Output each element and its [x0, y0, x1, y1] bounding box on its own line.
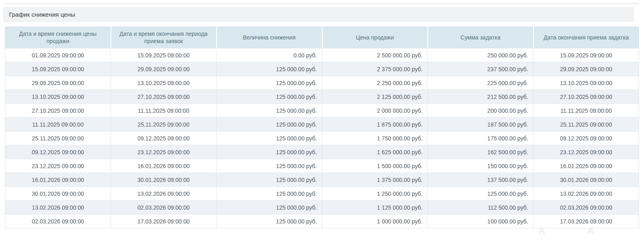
- table-cell: 150 000.00 руб.: [428, 159, 533, 173]
- table-cell: 15.09.2025 09:00:00: [5, 62, 111, 76]
- table-row: 13.02.2026 09:00:0002.03.2026 09:00:0012…: [5, 201, 639, 215]
- table-cell: 2 500 000.00 руб.: [322, 48, 428, 62]
- column-header: Цена продажи: [322, 27, 428, 48]
- table-cell: 13.02.2026 09:00:00: [5, 201, 111, 215]
- table-cell: 17.03.2026 09:00:00: [533, 215, 639, 228]
- table-cell: 15.09.2025 09:00:00: [111, 48, 217, 62]
- table-cell: 02.03.2026 09:00:00: [533, 201, 639, 215]
- table-cell: 125 000.00 руб.: [217, 173, 322, 187]
- table-cell: 125 000.00 руб.: [217, 201, 322, 215]
- column-header: Дата и время снижения цены продажи: [5, 27, 111, 48]
- table-cell: 1 500 000.00 руб.: [322, 159, 428, 173]
- page-title: График снижения цены: [9, 11, 75, 18]
- column-header: Дата и время окончания периода приема за…: [111, 27, 217, 48]
- table-cell: 13.02.2026 09:00:00: [111, 187, 217, 201]
- table-cell: 13.10.2025 09:00:00: [533, 76, 639, 90]
- table-row: 25.11.2025 09:00:0009.12.2025 09:00:0012…: [5, 131, 639, 145]
- table-row: 11.11.2025 09:00:0025.11.2025 09:00:0012…: [5, 118, 639, 131]
- table-cell: 27.10.2025 09:00:00: [111, 90, 217, 104]
- table-row: 02.03.2026 09:00:0017.03.2026 09:00:0012…: [5, 215, 639, 228]
- table-cell: 13.10.2025 09:00:00: [5, 90, 111, 104]
- table-cell: 162 500.00 руб.: [428, 145, 533, 159]
- table-cell: 25.11.2025 09:00:00: [533, 118, 639, 131]
- table-cell: 1 250 000.00 руб.: [322, 187, 428, 201]
- table-cell: 125 000.00 руб.: [217, 118, 322, 131]
- table-cell: 175 000.00 руб.: [428, 131, 533, 145]
- table-cell: 23.12.2025 09:00:00: [5, 159, 111, 173]
- table-cell: 1 750 000.00 руб.: [322, 131, 428, 145]
- table-cell: 16.01.2026 09:00:00: [533, 159, 639, 173]
- table-cell: 2 000 000.00 руб.: [322, 104, 428, 118]
- table-cell: 23.12.2025 09:00:00: [111, 145, 217, 159]
- table-cell: 30.01.2026 09:00:00: [5, 187, 111, 201]
- table-cell: 25.11.2025 09:00:00: [5, 131, 111, 145]
- table-cell: 1 875 000.00 руб.: [322, 118, 428, 131]
- table-cell: 125 000.00 руб.: [217, 215, 322, 228]
- table-row: 30.01.2026 09:00:0013.02.2026 09:00:0012…: [5, 187, 639, 201]
- table-cell: 09.12.2025 09:00:00: [111, 131, 217, 145]
- table-cell: 0.00 руб.: [217, 48, 322, 62]
- table-header: Дата и время снижения цены продажиДата и…: [5, 27, 639, 48]
- table-cell: 125 000.00 руб.: [217, 187, 322, 201]
- table-cell: 16.01.2026 09:00:00: [5, 173, 111, 187]
- page: График снижения цены Дата и время снижен…: [0, 3, 644, 228]
- table-cell: 11.11.2025 09:00:00: [111, 104, 217, 118]
- table-cell: 1 000 000.00 руб.: [322, 215, 428, 228]
- table-row: 09.12.2025 09:00:0023.12.2025 09:00:0012…: [5, 145, 639, 159]
- table-cell: 2 125 000.00 руб.: [322, 90, 428, 104]
- table-cell: 29.09.2025 09:00:00: [5, 76, 111, 90]
- table-cell: 02.03.2026 09:00:00: [111, 201, 217, 215]
- table-cell: 125 000.00 руб.: [217, 90, 322, 104]
- column-header: Величина снижения: [217, 27, 322, 48]
- table-cell: 30.01.2026 09:00:00: [111, 173, 217, 187]
- table-cell: 01.09.2025 09:00:00: [5, 48, 111, 62]
- table-body: 01.09.2025 09:00:0015.09.2025 09:00:000.…: [5, 48, 639, 228]
- table-cell: 13.10.2025 09:00:00: [111, 76, 217, 90]
- table-cell: 29.09.2025 09:00:00: [111, 62, 217, 76]
- price-schedule-table-wrap: Дата и время снижения цены продажиДата и…: [5, 26, 639, 228]
- table-cell: 25.11.2025 09:00:00: [111, 118, 217, 131]
- table-cell: 11.11.2025 09:00:00: [533, 104, 639, 118]
- table-cell: 125 000.00 руб.: [217, 159, 322, 173]
- table-cell: 23.12.2025 09:00:00: [533, 145, 639, 159]
- table-cell: 125 000.00 руб.: [217, 62, 322, 76]
- table-cell: 212 500.00 руб.: [428, 90, 533, 104]
- column-header: Сумма задатка: [428, 27, 533, 48]
- table-cell: 11.11.2025 09:00:00: [5, 118, 111, 131]
- table-cell: 125 000.00 руб.: [428, 187, 533, 201]
- table-row: 23.12.2025 09:00:0016.01.2026 09:00:0012…: [5, 159, 639, 173]
- table-cell: 187 500.00 руб.: [428, 118, 533, 131]
- table-cell: 27.10.2025 09:00:00: [5, 104, 111, 118]
- table-row: 15.09.2025 09:00:0029.09.2025 09:00:0012…: [5, 62, 639, 76]
- table-cell: 250 000.00 руб.: [428, 48, 533, 62]
- table-cell: 112 500.00 руб.: [428, 201, 533, 215]
- table-cell: 125 000.00 руб.: [217, 104, 322, 118]
- section-title-bar: График снижения цены: [3, 7, 634, 22]
- table-cell: 09.12.2025 09:00:00: [533, 131, 639, 145]
- table-row: 13.10.2025 09:00:0027.10.2025 09:00:0012…: [5, 90, 639, 104]
- table-cell: 2 250 000.00 руб.: [322, 76, 428, 90]
- table-cell: 02.03.2026 09:00:00: [5, 215, 111, 228]
- table-cell: 1 625 000.00 руб.: [322, 145, 428, 159]
- table-cell: 225 000.00 руб.: [428, 76, 533, 90]
- table-cell: 17.03.2026 09:00:00: [111, 215, 217, 228]
- table-cell: 09.12.2025 09:00:00: [5, 145, 111, 159]
- table-cell: 13.02.2026 09:00:00: [533, 187, 639, 201]
- table-cell: 237 500.00 руб.: [428, 62, 533, 76]
- table-row: 29.09.2025 09:00:0013.10.2025 09:00:0012…: [5, 76, 639, 90]
- table-cell: 27.10.2025 09:00:00: [533, 90, 639, 104]
- top-divider: [4, 3, 641, 4]
- table-cell: 16.01.2026 09:00:00: [111, 159, 217, 173]
- table-cell: 15.09.2025 09:00:00: [533, 48, 639, 62]
- table-header-row: Дата и время снижения цены продажиДата и…: [5, 27, 639, 48]
- table-cell: 100 000.00 руб.: [428, 215, 533, 228]
- table-row: 01.09.2025 09:00:0015.09.2025 09:00:000.…: [5, 48, 639, 62]
- table-cell: 125 000.00 руб.: [217, 131, 322, 145]
- table-row: 16.01.2026 09:00:0030.01.2026 09:00:0012…: [5, 173, 639, 187]
- table-row: 27.10.2025 09:00:0011.11.2025 09:00:0012…: [5, 104, 639, 118]
- table-cell: 29.09.2025 09:00:00: [533, 62, 639, 76]
- table-cell: 125 000.00 руб.: [217, 145, 322, 159]
- table-cell: 200 000.00 руб.: [428, 104, 533, 118]
- table-cell: 1 375 000.00 руб.: [322, 173, 428, 187]
- column-header: Дата окончания приема задатка: [533, 27, 639, 48]
